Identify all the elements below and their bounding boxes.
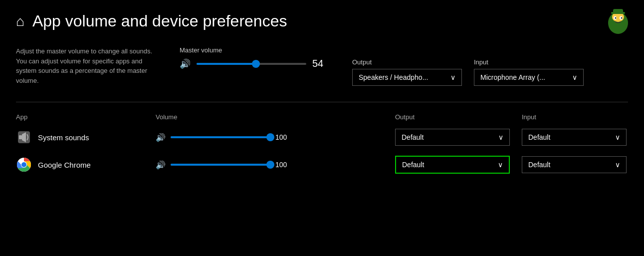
system-sounds-label: System sounds	[38, 133, 89, 142]
chrome-input-cell: Default ∨	[522, 156, 627, 173]
system-sounds-app-cell: System sounds	[16, 129, 156, 145]
input-device-group: Input Microphone Array (... ∨	[474, 58, 584, 86]
system-sounds-icon	[16, 129, 32, 145]
col-header-volume: Volume	[156, 113, 295, 121]
table-row: System sounds 🔊 100 Default ∨ Default ∨	[16, 124, 628, 151]
system-sounds-volume-val: 100	[275, 133, 289, 141]
svg-rect-9	[19, 135, 22, 139]
mascot	[604, 8, 632, 36]
system-sounds-output-text: Default	[402, 133, 424, 141]
system-sounds-speaker-icon: 🔊	[156, 133, 166, 142]
master-volume-row: 🔊 54	[180, 58, 328, 69]
input-chevron-icon: ∨	[572, 73, 577, 81]
col-header-output: Output	[395, 113, 510, 121]
system-sounds-volume-cell: 🔊 100	[156, 133, 295, 142]
chrome-input-dropdown[interactable]: Default ∨	[522, 156, 627, 173]
page-title: App volume and device preferences	[32, 12, 287, 30]
chrome-input-chevron: ∨	[615, 161, 620, 169]
chrome-input-text: Default	[528, 161, 550, 169]
col-header-app: App	[16, 113, 156, 121]
chrome-speaker-icon: 🔊	[156, 160, 166, 170]
output-dropdown-text: Speakers / Headpho...	[359, 73, 444, 81]
master-section: Adjust the master volume to change all s…	[16, 46, 628, 86]
col-header-input: Input	[522, 113, 627, 121]
page-header: ⌂ App volume and device preferences	[16, 12, 628, 30]
chrome-icon	[16, 157, 32, 173]
master-volume-slider[interactable]	[197, 63, 306, 65]
speaker-icon: 🔊	[180, 58, 191, 69]
system-sounds-input-dropdown[interactable]: Default ∨	[522, 129, 627, 146]
output-label: Output	[352, 58, 462, 66]
svg-point-13	[21, 162, 26, 167]
chrome-slider[interactable]	[171, 164, 270, 166]
system-sounds-input-chevron: ∨	[615, 133, 620, 141]
master-volume-label: Master volume	[180, 46, 328, 54]
system-sounds-output-dropdown[interactable]: Default ∨	[395, 129, 510, 146]
chrome-output-dropdown[interactable]: Default ∨	[395, 156, 510, 174]
system-sounds-output-cell: Default ∨	[395, 129, 510, 146]
output-chevron-icon: ∨	[450, 73, 455, 81]
chrome-volume-val: 100	[275, 161, 289, 169]
system-sounds-output-chevron: ∨	[498, 133, 503, 141]
input-label: Input	[474, 58, 584, 66]
svg-point-6	[615, 17, 617, 19]
table-row: Google Chrome 🔊 100 Default ∨ Default ∨	[16, 151, 628, 179]
chrome-label: Google Chrome	[38, 161, 91, 169]
chrome-volume-cell: 🔊 100	[156, 160, 295, 170]
output-device-group: Output Speakers / Headpho... ∨	[352, 58, 462, 86]
chrome-output-cell: Default ∨	[395, 156, 510, 174]
chrome-app-cell: Google Chrome	[16, 157, 156, 173]
master-description: Adjust the master volume to change all s…	[16, 46, 156, 85]
divider	[16, 102, 628, 102]
settings-page: ⌂ App volume and device preferences Adju…	[0, 0, 644, 191]
svg-point-7	[621, 17, 623, 19]
input-dropdown[interactable]: Microphone Array (... ∨	[474, 69, 584, 86]
system-sounds-slider[interactable]	[171, 136, 270, 138]
chrome-output-text: Default	[402, 161, 424, 169]
home-icon[interactable]: ⌂	[16, 13, 24, 29]
chrome-output-chevron: ∨	[498, 161, 503, 169]
input-dropdown-text: Microphone Array (...	[480, 73, 566, 81]
svg-rect-3	[613, 9, 623, 13]
output-dropdown[interactable]: Speakers / Headpho... ∨	[352, 69, 462, 86]
app-table-header: App Volume Output Input	[16, 110, 628, 124]
master-volume-value: 54	[312, 58, 328, 69]
system-sounds-input-cell: Default ∨	[522, 129, 627, 146]
system-sounds-input-text: Default	[528, 133, 550, 141]
